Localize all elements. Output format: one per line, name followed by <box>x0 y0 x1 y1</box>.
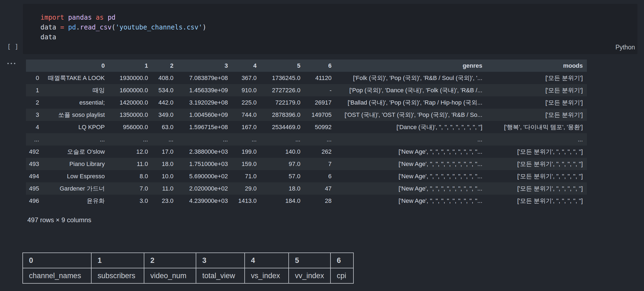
table-cell: 1930000.0 <box>109 72 152 84</box>
table-cell: 2.388000e+03 <box>177 146 232 158</box>
table-row: 4LQ KPOP956000.063.01.596715e+08167.0253… <box>26 121 587 133</box>
table-cell: 71.0 <box>232 170 261 182</box>
table-cell: 4 <box>26 121 43 133</box>
table-header-cell: 2 <box>152 60 177 72</box>
table-cell: ['모든 분위기', '', '', '', '', ''] <box>487 182 587 195</box>
table-cell: 1.004560e+09 <box>177 109 232 121</box>
table-cell: 8.0 <box>109 170 152 182</box>
table-header-cell <box>26 60 43 72</box>
table-cell: 4.239000e+03 <box>177 195 232 207</box>
table-cell: 1.751000e+03 <box>177 158 232 170</box>
table-cell: ['모든 분위기'] <box>487 72 587 84</box>
table-cell: ... <box>26 133 43 146</box>
code-token: read_csv <box>80 23 112 31</box>
table-cell: 5.690000e+02 <box>177 170 232 182</box>
code-line[interactable]: import pandas as pd <box>40 13 637 22</box>
table-header-cell: video_num <box>144 268 196 283</box>
more-actions-icon[interactable] <box>7 63 15 64</box>
execution-count-indicator: [ ] <box>7 43 19 50</box>
table-cell: 722179.0 <box>261 96 305 109</box>
table-row: 496윤유화3.023.04.239000e+031413.0184.028['… <box>26 195 587 207</box>
table-cell: Piano Library <box>43 158 109 170</box>
table-cell: 7 <box>305 158 336 170</box>
table-header-cell: vs_index <box>245 268 289 283</box>
table-cell: 494 <box>26 170 43 182</box>
table-cell: ['New Age', '', '', '', '', '', '', '', … <box>336 146 487 158</box>
table-cell: 10.0 <box>152 170 177 182</box>
table-cell: ['모든 분위기'] <box>487 96 587 109</box>
table-cell: 349.0 <box>152 109 177 121</box>
table-cell: 0 <box>26 72 43 84</box>
table-cell: 18.0 <box>261 182 305 195</box>
cell-language-selector[interactable]: Python <box>615 44 635 51</box>
table-cell: 57.0 <box>261 170 305 182</box>
table-row: 492오슬로 O'slow12.017.02.388000e+03199.014… <box>26 146 587 158</box>
notebook-screen: import pandas as pddata = pd.read_csv('y… <box>0 0 644 291</box>
table-header-cell: cpi <box>330 268 353 283</box>
table-cell: 97.0 <box>261 158 305 170</box>
code-token: . <box>76 23 80 31</box>
table-header-cell: 6 <box>305 60 336 72</box>
table-cell: 3.192029e+08 <box>177 96 232 109</box>
table-cell: 1 <box>26 84 43 96</box>
table-cell: ['New Age', '', '', '', '', '', '', '', … <box>336 158 487 170</box>
table-cell: ['OST (국내)', 'OST (국외)', 'Pop (국외)', 'R&… <box>336 109 487 121</box>
table-header-cell: vv_index <box>289 268 330 283</box>
code-token: pd <box>108 14 116 21</box>
table-cell: ... <box>109 133 152 146</box>
table-cell: 1.596715e+08 <box>177 121 232 133</box>
table-row: 3쏘플 soso playlist1350000.0349.01.004560e… <box>26 109 587 121</box>
table-header-cell: 4 <box>232 60 261 72</box>
table-cell: ... <box>487 133 587 146</box>
table-cell: 159.0 <box>232 158 261 170</box>
table-cell: 3.0 <box>109 195 152 207</box>
table-cell: 47 <box>305 182 336 195</box>
table-cell: essential; <box>43 96 109 109</box>
table-cell: ['Folk (국외)', 'Pop (국외)', 'R&B / Soul (국… <box>336 72 487 84</box>
code-cell-editor[interactable]: import pandas as pddata = pd.read_csv('y… <box>23 4 637 54</box>
code-line[interactable]: data = pd.read_csv('youtube_channels.csv… <box>40 22 637 32</box>
table-cell: ... <box>261 133 305 146</box>
table-cell: 199.0 <box>232 146 261 158</box>
table-cell: ['행복', '다이내믹 템포', '몽환'] <box>487 121 587 133</box>
table-cell: 442.0 <box>152 96 177 109</box>
table-cell: 167.0 <box>232 121 261 133</box>
table-cell: Low Espresso <box>43 170 109 182</box>
table-cell: ['모든 분위기'] <box>487 84 587 96</box>
table-row: 2essential;1420000.0442.03.192029e+08225… <box>26 96 587 109</box>
table-cell: 6 <box>305 170 336 182</box>
table-cell: 2727226.0 <box>261 84 305 96</box>
code-line[interactable]: data <box>40 32 637 42</box>
table-header-cell: 4 <box>245 253 289 268</box>
table-row: 0때껄룩TAKE A LOOK1930000.0408.07.083879e+0… <box>26 72 587 84</box>
table-cell: 2534469.0 <box>261 121 305 133</box>
code-token: pandas <box>68 14 96 21</box>
mapping-header-row: 0123456 <box>23 253 353 268</box>
table-cell: 때껄룩TAKE A LOOK <box>43 72 109 84</box>
code-token: as <box>96 14 107 21</box>
table-cell: 140.0 <box>261 146 305 158</box>
dataframe-header-row: 0123456genresmoods <box>26 60 587 72</box>
table-header-cell: 2 <box>144 253 196 268</box>
table-header-cell: 3 <box>196 253 245 268</box>
table-cell: 63.0 <box>152 121 177 133</box>
table-cell: 1736245.0 <box>261 72 305 84</box>
table-row: 493Piano Library11.018.01.751000e+03159.… <box>26 158 587 170</box>
table-row: .............................. <box>26 133 587 146</box>
table-cell: 492 <box>26 146 43 158</box>
code-token: data <box>40 33 56 41</box>
table-cell: 2.020000e+02 <box>177 182 232 195</box>
table-cell: ['모든 분위기', '', '', '', '', ''] <box>487 195 587 207</box>
table-cell: 28 <box>305 195 336 207</box>
table-cell: 7.083879e+08 <box>177 72 232 84</box>
table-header-cell: genres <box>336 60 487 72</box>
table-header-cell: 5 <box>289 253 330 268</box>
table-cell: 496 <box>26 195 43 207</box>
table-cell: ['Pop (국외)', 'Dance (국내)', 'Folk (국내)', … <box>336 84 487 96</box>
table-cell: 2 <box>26 96 43 109</box>
table-header-cell: 0 <box>23 253 91 268</box>
code-token: ) <box>202 23 206 31</box>
table-header-cell: 0 <box>43 60 109 72</box>
table-cell: 23.0 <box>152 195 177 207</box>
table-cell: 225.0 <box>232 96 261 109</box>
